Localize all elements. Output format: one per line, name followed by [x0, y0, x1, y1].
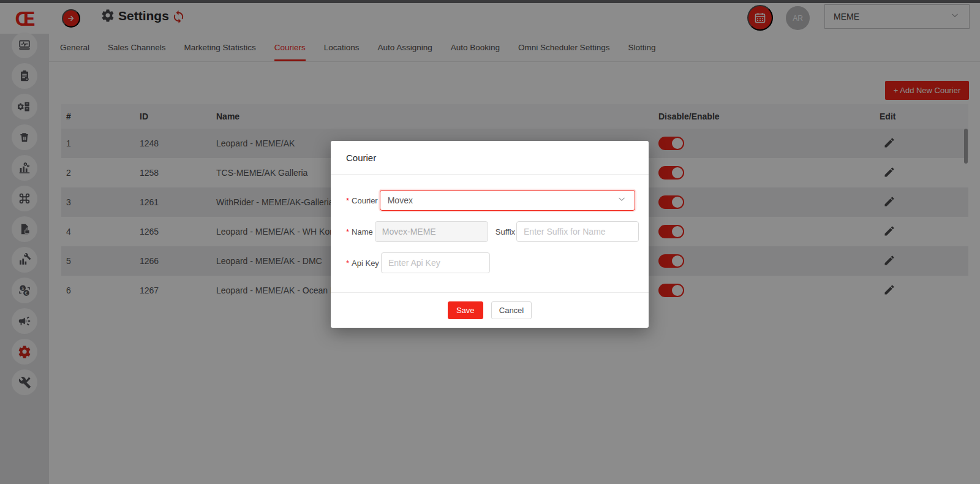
courier-field-label: Courier: [352, 196, 378, 205]
required-marker: *: [346, 259, 349, 268]
modal-body: * Courier Movex * Name Suffix * Api Key: [331, 175, 649, 273]
courier-select[interactable]: Movex: [380, 190, 635, 211]
name-input[interactable]: [375, 221, 488, 242]
required-marker: *: [346, 196, 349, 205]
courier-modal: Courier * Courier Movex * Name Suffix * …: [331, 141, 649, 328]
api-key-field-label: Api Key: [352, 259, 379, 268]
courier-field-row: * Courier Movex: [346, 190, 635, 211]
modal-footer: Save Cancel: [331, 292, 649, 328]
suffix-field-label: Suffix: [496, 227, 515, 236]
name-field-row: * Name Suffix: [346, 221, 635, 242]
save-button[interactable]: Save: [448, 301, 483, 319]
modal-title: Courier: [346, 153, 376, 163]
name-field-label: Name: [352, 227, 373, 236]
cancel-button[interactable]: Cancel: [491, 301, 532, 319]
courier-select-value: Movex: [388, 195, 616, 205]
required-marker: *: [346, 227, 349, 236]
chevron-down-icon: [616, 194, 627, 207]
api-key-field-row: * Api Key: [346, 252, 635, 273]
modal-header: Courier: [331, 141, 649, 175]
suffix-input[interactable]: [516, 221, 639, 242]
api-key-input[interactable]: [381, 252, 490, 273]
